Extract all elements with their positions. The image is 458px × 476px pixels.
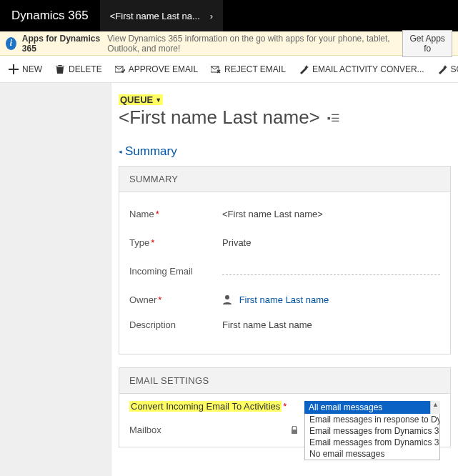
socialconv-label: SOCIAL ACTIVITY C [451,64,458,74]
triangle-left-icon: ◂ [119,148,122,155]
dropdown-option[interactable]: Email messages from Dynamics 365 reco [305,437,439,448]
dropdown-selected[interactable]: All email messages [304,401,440,414]
get-apps-button[interactable]: Get Apps fo [402,30,452,57]
required-icon: * [151,237,154,248]
social-activity-convert-button[interactable]: SOCIAL ACTIVITY C [437,64,458,74]
new-button[interactable]: NEW [9,64,42,74]
new-label: NEW [22,64,42,74]
summary-card: SUMMARY Name* <First name Last name> Typ… [119,166,451,354]
type-label: Type [129,237,149,248]
lock-icon [290,426,299,435]
reject-email-icon [211,64,221,74]
chevron-right-icon: › [210,11,213,21]
entity-tag[interactable]: QUEUE ▼ [119,94,163,105]
incoming-label: Incoming Email [129,266,193,277]
page-title-text: <First name Last name> [119,106,320,129]
required-icon: * [283,401,287,412]
summary-section-title[interactable]: ◂ Summary [119,144,451,159]
plus-icon [9,64,19,74]
convert-label: Convert Incoming Email To Activities [129,401,282,412]
email-settings-card: EMAIL SETTINGS Convert Incoming Email To… [119,367,451,447]
left-gutter [0,83,111,476]
content-area: QUEUE ▼ <First name Last name> ▪☰ ◂ Summ… [0,83,458,476]
owner-value[interactable]: First name Last name [222,294,329,305]
mailbox-label: Mailbox [129,425,161,435]
field-convert-incoming: Convert Incoming Email To Activities* Ma… [129,401,440,435]
approve-email-icon [115,64,125,74]
field-incoming-email: Incoming Email [129,257,440,285]
field-name: Name* <First name Last name> [129,199,440,228]
breadcrumb-text: <First name Last na... [110,11,200,21]
name-label: Name [129,209,154,219]
svg-rect-3 [292,430,297,434]
wand-icon [437,64,447,74]
name-value[interactable]: <First name Last name> [222,209,323,219]
trash-icon [55,64,65,74]
approve-email-button[interactable]: APPROVE EMAIL [115,64,198,74]
notice-text: View Dynamics 365 information on the go … [107,34,402,54]
delete-label: DELETE [69,64,102,74]
email-card-header: EMAIL SETTINGS [119,368,450,394]
command-bar: NEW DELETE APPROVE EMAIL REJECT EMAIL EM… [0,56,458,83]
field-owner: Owner* First name Last name [129,285,440,314]
delete-button[interactable]: DELETE [55,64,102,74]
scroll-up-icon[interactable]: ▲ [431,401,440,408]
dropdown-option[interactable]: No email messages [305,448,439,460]
breadcrumb[interactable]: <First name Last na... › [100,0,223,31]
apps-notice-bar: i Apps for Dynamics 365 View Dynamics 36… [0,31,458,56]
caret-down-icon: ▼ [155,96,161,104]
required-icon: * [158,294,161,305]
info-icon: i [6,37,16,50]
summary-title-text: Summary [125,144,177,159]
brand-label[interactable]: Dynamics 365 [0,9,100,23]
dropdown-option[interactable]: Email messages in response to Dynamics [305,414,439,425]
field-description: Description First name Last name [129,314,440,342]
desc-label: Description [129,319,176,330]
email-card-body: Convert Incoming Email To Activities* Ma… [119,394,450,447]
emailconv-label: EMAIL ACTIVITY CONVER... [312,64,424,74]
summary-card-header: SUMMARY [119,167,450,192]
svg-point-2 [225,295,229,299]
page-title: <First name Last name> ▪☰ [119,106,451,129]
field-type: Type* Private [129,228,440,257]
main-panel: QUEUE ▼ <First name Last name> ▪☰ ◂ Summ… [111,83,458,476]
person-icon [222,294,232,304]
summary-card-body: Name* <First name Last name> Type* Priva… [119,192,450,354]
reject-label: REJECT EMAIL [224,64,286,74]
dropdown-option[interactable]: Email messages from Dynamics 365 Lead [305,425,439,437]
type-value[interactable]: Private [222,237,251,248]
dropdown-list: Email messages in response to Dynamics E… [304,414,440,460]
entity-tag-label: QUEUE [120,94,153,105]
convert-dropdown[interactable]: All email messages Email messages in res… [304,401,440,414]
list-icon[interactable]: ▪☰ [327,112,340,124]
required-icon: * [156,209,159,219]
desc-value[interactable]: First name Last name [222,319,312,330]
reject-email-button[interactable]: REJECT EMAIL [211,64,286,74]
empty-value-line[interactable] [222,274,440,275]
wand-icon [299,64,309,74]
top-nav-bar: Dynamics 365 <First name Last na... › [0,0,458,31]
email-activity-convert-button[interactable]: EMAIL ACTIVITY CONVER... [299,64,424,74]
owner-label: Owner [129,294,156,305]
notice-title: Apps for Dynamics 365 [22,34,100,54]
approve-label: APPROVE EMAIL [129,64,198,74]
dropdown-scrollbar[interactable]: ▲ [430,401,440,414]
owner-link-text: First name Last name [239,294,329,305]
